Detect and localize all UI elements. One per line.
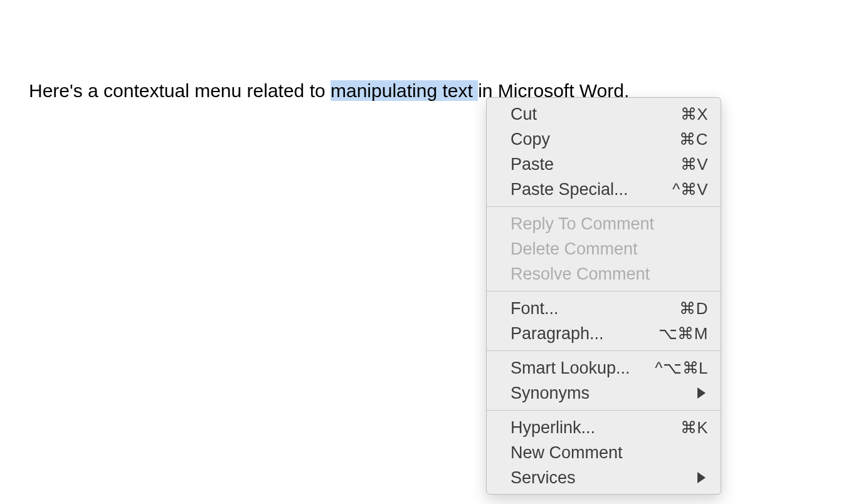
menu-separator <box>487 410 721 411</box>
menu-item-label: Font... <box>511 297 559 320</box>
menu-item-label: Delete Comment <box>511 238 638 260</box>
menu-separator <box>487 291 721 291</box>
menu-item-shortcut: ⌘X <box>680 103 708 125</box>
context-menu: Cut⌘XCopy⌘CPaste⌘VPaste Special...^⌘VRep… <box>486 97 721 495</box>
menu-item-new-comment[interactable]: New Comment <box>487 440 721 465</box>
menu-item-font[interactable]: Font...⌘D <box>487 296 721 321</box>
text-before-selection: Here's a contextual menu related to <box>29 80 331 101</box>
menu-item-shortcut: ⌘D <box>679 297 708 320</box>
menu-item-label: Reply To Comment <box>511 213 654 235</box>
menu-item-paragraph[interactable]: Paragraph...⌥⌘M <box>487 321 721 346</box>
menu-item-shortcut: ⌘C <box>679 128 708 150</box>
menu-item-label: Resolve Comment <box>511 263 650 285</box>
menu-item-hyperlink[interactable]: Hyperlink...⌘K <box>487 415 721 440</box>
menu-item-label: Smart Lookup... <box>511 357 630 379</box>
menu-item-label: Services <box>511 466 576 489</box>
selected-text: manipulating text <box>331 80 478 101</box>
menu-item-services[interactable]: Services <box>487 465 721 490</box>
menu-item-paste[interactable]: Paste⌘V <box>487 152 721 177</box>
menu-item-label: Synonyms <box>511 382 590 404</box>
menu-item-label: Paragraph... <box>511 322 604 345</box>
menu-item-synonyms[interactable]: Synonyms <box>487 381 721 406</box>
menu-item-shortcut: ⌥⌘M <box>659 322 708 345</box>
menu-separator <box>487 206 721 207</box>
menu-item-shortcut: ^⌘V <box>672 178 708 201</box>
menu-item-paste-special[interactable]: Paste Special...^⌘V <box>487 177 721 202</box>
submenu-arrow-icon <box>697 472 706 483</box>
menu-item-shortcut: ⌘K <box>680 416 708 439</box>
menu-item-shortcut: ⌘V <box>680 153 708 176</box>
menu-item-copy[interactable]: Copy⌘C <box>487 127 721 152</box>
menu-item-cut[interactable]: Cut⌘X <box>487 102 721 127</box>
menu-item-smart-lookup[interactable]: Smart Lookup...^⌥⌘L <box>487 355 721 381</box>
menu-item-resolve-comment: Resolve Comment <box>487 261 721 286</box>
menu-item-delete-comment: Delete Comment <box>487 236 721 261</box>
submenu-arrow-icon <box>697 387 706 399</box>
menu-separator <box>487 350 721 351</box>
menu-item-label: New Comment <box>511 441 623 464</box>
menu-item-label: Cut <box>511 103 537 125</box>
menu-item-shortcut: ^⌥⌘L <box>655 357 708 379</box>
menu-item-label: Copy <box>511 128 550 150</box>
menu-item-label: Hyperlink... <box>511 416 595 439</box>
menu-item-label: Paste <box>511 153 554 176</box>
menu-item-reply-to-comment: Reply To Comment <box>487 211 721 236</box>
menu-item-label: Paste Special... <box>511 178 628 201</box>
